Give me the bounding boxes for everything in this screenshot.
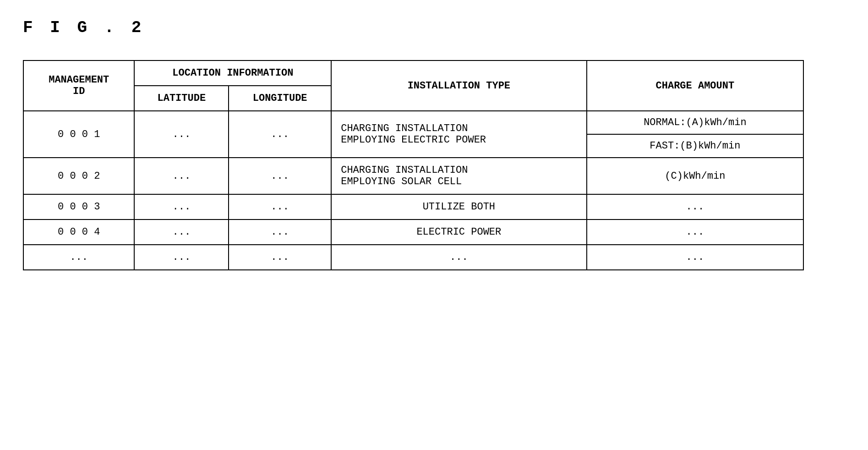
row-charge-0001: NORMAL:(A)kWh/min FAST:(B)kWh/min [587, 111, 804, 158]
row-lon-0004: ... [229, 220, 331, 245]
row-type-0002: CHARGING INSTALLATIONEMPLOYING SOLAR CEL… [331, 158, 586, 194]
row-lat-ellipsis: ... [134, 245, 229, 270]
management-table: MANAGEMENTID LOCATION INFORMATION INSTAL… [23, 60, 804, 270]
charge-fast-0001: FAST:(B)kWh/min [587, 135, 803, 157]
row-type-ellipsis: ... [331, 245, 586, 270]
row-type-0003: UTILIZE BOTH [331, 194, 586, 220]
row-charge-0003: ... [587, 194, 804, 220]
latitude-header: LATITUDE [134, 86, 229, 111]
row-charge-0004: ... [587, 220, 804, 245]
table-row: 0 0 0 2 ... ... CHARGING INSTALLATIONEMP… [23, 158, 803, 194]
management-id-header: MANAGEMENTID [23, 60, 134, 111]
row-id-0002: 0 0 0 2 [23, 158, 134, 194]
charge-normal-0001: NORMAL:(A)kWh/min [587, 111, 803, 135]
row-lat-0002: ... [134, 158, 229, 194]
row-type-0004: ELECTRIC POWER [331, 220, 586, 245]
data-table-container: MANAGEMENTID LOCATION INFORMATION INSTAL… [23, 60, 845, 270]
row-lon-0003: ... [229, 194, 331, 220]
row-charge-0002: (C)kWh/min [587, 158, 804, 194]
longitude-header: LONGITUDE [229, 86, 331, 111]
row-id-0001: 0 0 0 1 [23, 111, 134, 158]
figure-title: F I G . 2 [23, 18, 845, 37]
row-lat-0001: ... [134, 111, 229, 158]
row-lat-0004: ... [134, 220, 229, 245]
row-id-0003: 0 0 0 3 [23, 194, 134, 220]
location-info-header: LOCATION INFORMATION [134, 60, 331, 86]
row-id-ellipsis: ... [23, 245, 134, 270]
row-type-0001: CHARGING INSTALLATIONEMPLOYING ELECTRIC … [331, 111, 586, 158]
row-lon-0002: ... [229, 158, 331, 194]
installation-type-header: INSTALLATION TYPE [331, 60, 586, 111]
table-row-ellipsis: ... ... ... ... ... [23, 245, 803, 270]
row-charge-ellipsis: ... [587, 245, 804, 270]
table-row: 0 0 0 4 ... ... ELECTRIC POWER ... [23, 220, 803, 245]
row-id-0004: 0 0 0 4 [23, 220, 134, 245]
table-row: 0 0 0 3 ... ... UTILIZE BOTH ... [23, 194, 803, 220]
row-lat-0003: ... [134, 194, 229, 220]
table-row: 0 0 0 1 ... ... CHARGING INSTALLATIONEMP… [23, 111, 803, 158]
row-lon-0001: ... [229, 111, 331, 158]
charge-amount-header: CHARGE AMOUNT [587, 60, 804, 111]
row-lon-ellipsis: ... [229, 245, 331, 270]
